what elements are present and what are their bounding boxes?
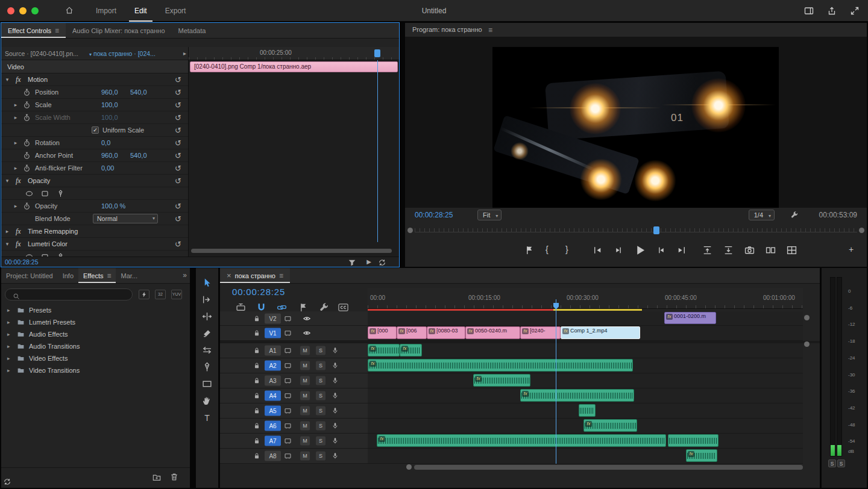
yuv-filter[interactable]: YUV bbox=[171, 290, 182, 299]
timeline-clip[interactable]: fx bbox=[377, 434, 666, 447]
reset-parameter-button[interactable]: ↺ bbox=[175, 86, 181, 99]
program-video[interactable]: 01 bbox=[492, 47, 779, 208]
timeline-timecode[interactable]: 00:00:28:25 bbox=[232, 287, 285, 297]
track-lane-a6[interactable]: fx bbox=[368, 419, 803, 434]
track-lock-toggle[interactable] bbox=[253, 377, 260, 384]
reset-parameter-button[interactable]: ↺ bbox=[175, 73, 181, 86]
source-patch-toggle[interactable] bbox=[284, 392, 292, 400]
bin-presets[interactable]: ▸Presets bbox=[1, 304, 190, 316]
lift-button[interactable] bbox=[702, 245, 712, 255]
track-target-a4[interactable]: A4 bbox=[265, 391, 281, 401]
timeline-clip[interactable]: fx bbox=[686, 449, 717, 462]
timeline-clip[interactable] bbox=[579, 404, 596, 417]
project-tab-effects[interactable]: Effects≡ bbox=[78, 268, 116, 283]
track-lane-v2[interactable]: fx0001-0200.m bbox=[368, 311, 803, 326]
track-lock-toggle[interactable] bbox=[253, 437, 260, 444]
source-patch-toggle[interactable] bbox=[284, 437, 292, 445]
track-lock-toggle[interactable] bbox=[253, 422, 260, 429]
chevron-right-icon[interactable]: ▸ bbox=[7, 328, 10, 340]
go-to-in-button[interactable] bbox=[593, 245, 603, 255]
panel-tab-audio-clip-mixer[interactable]: Audio Clip Mixer: пока странно bbox=[66, 23, 172, 38]
reset-parameter-button[interactable]: ↺ bbox=[175, 175, 181, 187]
timeline-clip[interactable]: fx bbox=[368, 359, 633, 372]
stopwatch-icon[interactable] bbox=[23, 202, 31, 210]
chevron-right-icon[interactable]: ▸ bbox=[7, 340, 10, 352]
reset-parameter-button[interactable]: ↺ bbox=[175, 200, 181, 213]
stopwatch-icon[interactable] bbox=[23, 152, 31, 160]
bin-lumetri-presets[interactable]: ▸Lumetri Presets bbox=[1, 316, 190, 328]
rectangle-tool[interactable] bbox=[201, 379, 213, 390]
twirl-icon[interactable]: ▸ bbox=[12, 162, 19, 175]
property-value[interactable]: 100,0 bbox=[101, 111, 118, 124]
track-lane-a2[interactable]: fx bbox=[368, 358, 803, 373]
track-solo-button[interactable]: S bbox=[316, 437, 326, 446]
keyframe-ruler[interactable]: 00:00:25:00 bbox=[189, 47, 399, 60]
stopwatch-icon[interactable] bbox=[23, 89, 31, 96]
program-scrubber[interactable] bbox=[410, 225, 862, 236]
type-tool[interactable]: T bbox=[201, 413, 213, 424]
timeline-clip[interactable]: fx[006 bbox=[397, 326, 427, 339]
accelerated-effects-filter[interactable] bbox=[139, 290, 149, 299]
scrubber-zoom-handle-left[interactable] bbox=[407, 228, 413, 233]
track-output-toggle[interactable] bbox=[303, 329, 311, 337]
program-timecode[interactable]: 00:00:28:25 bbox=[415, 211, 453, 219]
zoom-window-button[interactable] bbox=[31, 7, 39, 14]
property-value[interactable]: 0,0 bbox=[101, 137, 110, 149]
panel-menu-icon[interactable]: ≡ bbox=[279, 272, 283, 280]
timeline-clip[interactable]: fx bbox=[473, 374, 530, 387]
track-select-forward-tool[interactable] bbox=[201, 294, 213, 306]
hand-tool[interactable] bbox=[201, 396, 213, 407]
timeline-clip[interactable]: fx0001-0200.m bbox=[664, 312, 716, 324]
fit-select[interactable]: Fit▾ bbox=[477, 210, 502, 220]
twirl-icon[interactable]: ▾ bbox=[4, 238, 11, 251]
reset-parameter-button[interactable]: ↺ bbox=[175, 124, 181, 137]
track-mute-button[interactable]: M bbox=[300, 437, 310, 446]
timeline-scrollbar[interactable] bbox=[414, 465, 803, 470]
property-value[interactable]: 0,00 bbox=[101, 162, 114, 175]
project-tab-mar[interactable]: Mar... bbox=[116, 268, 142, 283]
track-solo-button[interactable]: S bbox=[316, 346, 326, 355]
voiceover-record-button[interactable] bbox=[332, 347, 339, 355]
reset-parameter-button[interactable]: ↺ bbox=[175, 99, 181, 111]
bin-video-effects[interactable]: ▸Video Effects bbox=[1, 352, 190, 364]
stopwatch-icon[interactable] bbox=[23, 114, 31, 122]
twirl-icon[interactable]: ▸ bbox=[12, 200, 19, 213]
timeline-clip[interactable]: fx[000 bbox=[368, 326, 397, 339]
add-marker-button[interactable] bbox=[524, 245, 535, 255]
voiceover-record-button[interactable] bbox=[332, 377, 339, 385]
step-forward-button[interactable] bbox=[656, 245, 666, 255]
stopwatch-icon[interactable] bbox=[23, 164, 31, 172]
track-target-a8[interactable]: A8 bbox=[265, 451, 281, 461]
snap-button[interactable] bbox=[256, 302, 266, 313]
source-patch-toggle[interactable] bbox=[284, 422, 292, 430]
solo-left-button[interactable]: S bbox=[828, 459, 836, 467]
minimize-window-button[interactable] bbox=[19, 7, 27, 14]
track-target-a5[interactable]: A5 bbox=[265, 406, 281, 416]
track-mute-button[interactable]: M bbox=[300, 406, 310, 416]
twirl-icon[interactable]: ▸ bbox=[4, 225, 11, 238]
property-value[interactable]: 100,0 % bbox=[101, 200, 125, 213]
workspace-button[interactable] bbox=[804, 6, 814, 16]
quick-export-button[interactable] bbox=[827, 6, 837, 16]
mark-in-button[interactable]: { bbox=[546, 243, 549, 254]
pen-tool[interactable] bbox=[201, 362, 213, 373]
32bit-color-filter[interactable]: 32 bbox=[155, 290, 166, 299]
track-solo-button[interactable]: S bbox=[316, 406, 326, 416]
voiceover-record-button[interactable] bbox=[332, 437, 339, 445]
track-target-a6[interactable]: A6 bbox=[265, 421, 281, 431]
source-patch-toggle[interactable] bbox=[284, 314, 292, 322]
timeline-clip[interactable]: fx bbox=[368, 344, 400, 357]
selection-tool[interactable] bbox=[201, 278, 213, 289]
track-mute-button[interactable]: M bbox=[300, 452, 310, 461]
filter-properties-icon[interactable] bbox=[348, 258, 356, 266]
timeline-clip[interactable]: fx bbox=[520, 389, 634, 402]
project-tab-project-untitled[interactable]: Project: Untitled bbox=[1, 268, 58, 283]
voiceover-record-button[interactable] bbox=[332, 392, 339, 400]
blend-mode-select[interactable]: Normal▾ bbox=[93, 214, 158, 223]
play-audio-icon[interactable]: ▶ bbox=[366, 258, 371, 266]
timeline-settings-button[interactable] bbox=[319, 302, 329, 313]
track-lane-v1[interactable]: fx[000fx[006fx[0080-03fx0050-0240.mfx[02… bbox=[368, 326, 803, 341]
track-lane-a1[interactable]: fxfx bbox=[368, 343, 803, 358]
reset-parameter-button[interactable]: ↺ bbox=[175, 213, 181, 225]
property-value[interactable]: 100,0 bbox=[101, 99, 118, 111]
